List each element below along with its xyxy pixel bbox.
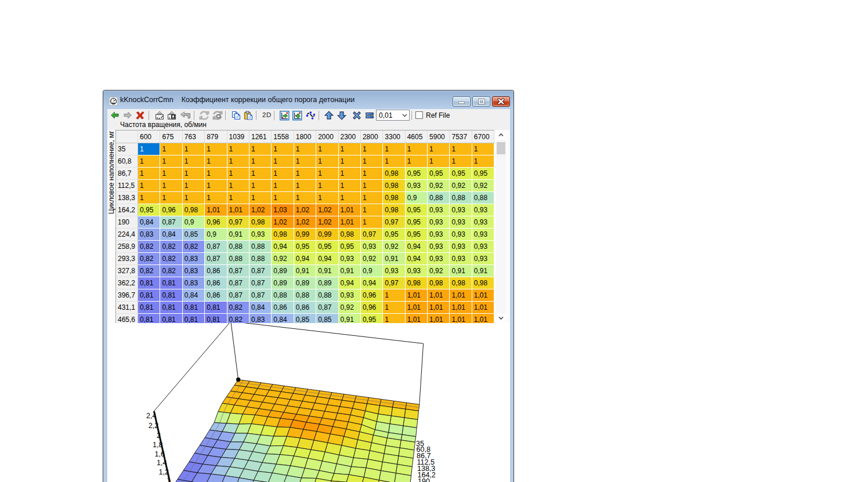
map-cell[interactable]: 1: [383, 314, 405, 323]
map-cell[interactable]: 0,81: [160, 302, 182, 314]
set-value-button[interactable]: [365, 111, 374, 120]
map-cell[interactable]: 1: [205, 143, 227, 155]
map-cell[interactable]: 1: [249, 143, 272, 155]
vertical-scrollbar[interactable]: [496, 131, 506, 322]
row-header[interactable]: 138,3: [116, 192, 138, 204]
map-cell[interactable]: 1: [294, 168, 316, 180]
map-cell[interactable]: 0,88: [428, 192, 450, 204]
map-cell[interactable]: 0,87: [249, 277, 272, 289]
map-cell[interactable]: 0,94: [316, 253, 338, 265]
map-cell[interactable]: 1: [316, 143, 338, 155]
map-cell[interactable]: 1: [316, 180, 338, 192]
map-cell[interactable]: 0,92: [472, 180, 494, 192]
map-cell[interactable]: 0,88: [272, 289, 294, 302]
map-cell[interactable]: 0,81: [160, 314, 182, 323]
map-cell[interactable]: 1: [205, 168, 227, 180]
map-cell[interactable]: 1,01: [406, 314, 428, 323]
map-cell[interactable]: 0,96: [361, 302, 383, 314]
map-cell[interactable]: 0,9: [183, 216, 205, 229]
map-cell[interactable]: 0,86: [294, 302, 316, 314]
map-cell[interactable]: 1,02: [249, 204, 272, 216]
refresh-file-button[interactable]: [212, 111, 223, 120]
map-cell[interactable]: 1: [294, 192, 316, 204]
surface-plot-pane[interactable]: 2,42,221,81,61,41,213560,886,7112,5138,3…: [107, 323, 510, 482]
map-cell[interactable]: 1: [227, 143, 249, 155]
map-cell[interactable]: 0,81: [205, 314, 227, 323]
map-cell[interactable]: 0,93: [406, 180, 428, 192]
column-header[interactable]: 2000: [316, 131, 338, 143]
map-cell[interactable]: 0,82: [227, 302, 249, 314]
map-cell[interactable]: 0,82: [227, 314, 249, 323]
map-cell[interactable]: 0,84: [249, 302, 272, 314]
map-cell[interactable]: 1: [339, 143, 361, 155]
map-cell[interactable]: 1,01: [428, 289, 450, 302]
map-cell[interactable]: 0,88: [294, 289, 316, 302]
map-cell[interactable]: 1: [361, 204, 383, 216]
map-cell[interactable]: 1: [160, 168, 182, 180]
map-cell[interactable]: 0,89: [272, 277, 294, 289]
column-header[interactable]: 7537: [450, 131, 472, 143]
map-cell[interactable]: 1: [361, 168, 383, 180]
map-cell[interactable]: 1,01: [406, 289, 428, 302]
ref-file-checkbox[interactable]: [415, 111, 423, 119]
map-cell[interactable]: 0,82: [183, 241, 205, 253]
row-header[interactable]: 396,7: [116, 289, 138, 302]
row-header[interactable]: 431,1: [116, 302, 138, 314]
map-cell[interactable]: 0,98: [472, 277, 494, 289]
column-header[interactable]: 6700: [472, 131, 494, 143]
2d-view-button[interactable]: 2D: [262, 111, 272, 118]
map-cell[interactable]: 1: [249, 168, 272, 180]
map-cell[interactable]: 1: [472, 155, 494, 168]
map-cell[interactable]: 0,85: [294, 314, 316, 323]
map-cell[interactable]: 1: [361, 216, 383, 229]
map-cell[interactable]: 1,02: [316, 204, 338, 216]
map-cell[interactable]: 1: [249, 192, 272, 204]
map-cell[interactable]: 0,98: [272, 229, 294, 241]
map-cell[interactable]: 0,91: [472, 265, 494, 277]
delete-button[interactable]: [135, 111, 144, 120]
map-cell[interactable]: 0,93: [450, 229, 472, 241]
map-cell[interactable]: 0,93: [450, 216, 472, 229]
map-cell[interactable]: 0,91: [383, 253, 405, 265]
map-cell[interactable]: 0,93: [339, 253, 361, 265]
map-cell[interactable]: 1,01: [472, 302, 494, 314]
map-cell[interactable]: 0,95: [406, 168, 428, 180]
map-cell[interactable]: 0,97: [227, 216, 249, 229]
map-cell[interactable]: 0,93: [428, 204, 450, 216]
map-cell[interactable]: 0,96: [361, 289, 383, 302]
map-cell[interactable]: 1: [227, 168, 249, 180]
map-cell[interactable]: 1: [339, 155, 361, 168]
scrollbar-thumb[interactable]: [497, 142, 505, 154]
paste-button[interactable]: [244, 111, 253, 120]
row-header[interactable]: 60,8: [116, 155, 138, 168]
write-compare-button[interactable]: [167, 111, 176, 120]
map-cell[interactable]: 0,95: [316, 241, 338, 253]
map-cell[interactable]: 0,88: [472, 192, 494, 204]
map-cell[interactable]: 0,87: [249, 289, 272, 302]
map-cell[interactable]: 0,93: [428, 229, 450, 241]
map-cell[interactable]: 0,95: [406, 229, 428, 241]
map-cell[interactable]: 0,94: [406, 241, 428, 253]
map-cell[interactable]: 1: [316, 168, 338, 180]
column-header[interactable]: 1800: [294, 131, 316, 143]
map-cell[interactable]: 1: [406, 143, 428, 155]
map-cell[interactable]: 0,92: [339, 302, 361, 314]
map-cell[interactable]: 0,92: [428, 180, 450, 192]
map-cell[interactable]: 0,81: [205, 302, 227, 314]
map-cell[interactable]: 1,01: [450, 302, 472, 314]
map-cell[interactable]: 1: [272, 143, 294, 155]
map-cell[interactable]: 0,91: [294, 265, 316, 277]
map-cell[interactable]: 0,95: [406, 216, 428, 229]
scroll-up-button[interactable]: [496, 131, 506, 140]
map-cell[interactable]: 1: [383, 143, 405, 155]
map-cell[interactable]: 1: [294, 180, 316, 192]
map-cell[interactable]: 0,93: [472, 216, 494, 229]
map-cell[interactable]: 0,95: [361, 314, 383, 323]
map-cell[interactable]: 1: [272, 180, 294, 192]
map-cell[interactable]: 0,9: [406, 192, 428, 204]
row-header[interactable]: 258,9: [116, 241, 138, 253]
map-cell[interactable]: 0,93: [428, 216, 450, 229]
map-cell[interactable]: 0,92: [383, 241, 405, 253]
map-cell[interactable]: 0,95: [294, 241, 316, 253]
map-cell[interactable]: 0,83: [183, 265, 205, 277]
